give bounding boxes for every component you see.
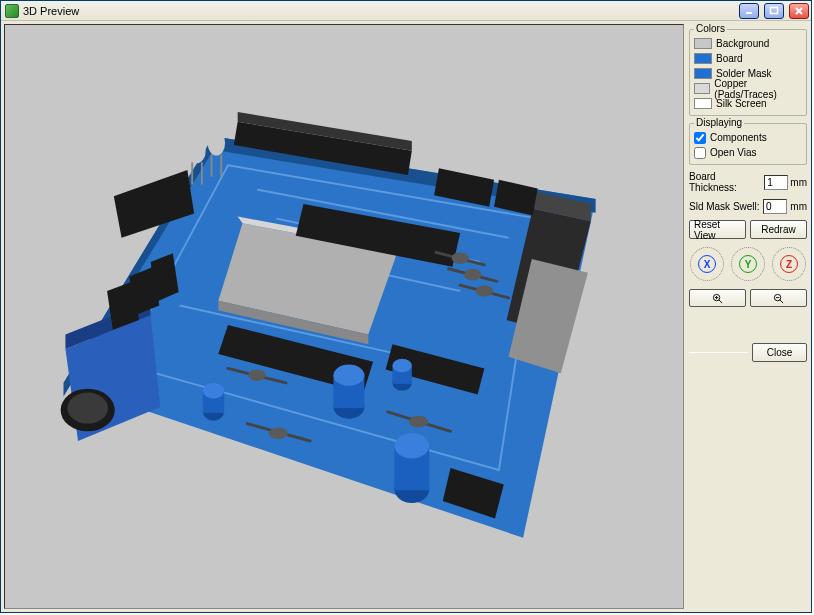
app-window: 3D Preview xyxy=(0,0,812,613)
colors-legend: Colors xyxy=(694,23,727,34)
board-thickness-label: Board Thickness: xyxy=(689,171,762,193)
sld-mask-swell-label: Sld Mask Swell: xyxy=(689,201,760,212)
svg-point-50 xyxy=(451,253,468,265)
color-row-copper: Copper (Pads/Traces) xyxy=(694,81,802,96)
svg-line-60 xyxy=(719,299,722,302)
unit-mm: mm xyxy=(790,201,807,212)
board-thickness-row: Board Thickness: mm xyxy=(689,171,807,193)
color-label: Silk Screen xyxy=(716,98,767,109)
titlebar: 3D Preview xyxy=(1,1,811,21)
maximize-icon xyxy=(769,6,779,16)
redraw-button[interactable]: Redraw xyxy=(750,220,807,239)
board-thickness-input[interactable] xyxy=(764,175,788,190)
pcb-rendering xyxy=(39,83,649,538)
components-check-row: Components xyxy=(694,130,802,145)
swatch-copper[interactable] xyxy=(694,83,710,94)
zoom-in-button[interactable] xyxy=(689,289,746,307)
svg-point-40 xyxy=(203,383,224,398)
swatch-silkscreen[interactable] xyxy=(694,98,712,109)
zoom-out-icon xyxy=(773,293,784,304)
rotate-x-control[interactable]: X xyxy=(689,246,725,282)
svg-point-52 xyxy=(476,286,493,298)
svg-point-53 xyxy=(409,416,428,428)
openvias-check-row: Open Vias xyxy=(694,145,802,160)
viewport-3d[interactable] xyxy=(4,24,684,609)
svg-point-37 xyxy=(394,434,429,459)
color-label: Copper (Pads/Traces) xyxy=(714,78,802,100)
components-checkbox[interactable] xyxy=(694,132,706,144)
svg-point-34 xyxy=(333,365,364,386)
content: Colors Background Board Solder Mask Copp… xyxy=(1,21,811,612)
sld-mask-swell-input[interactable] xyxy=(763,199,787,214)
components-label: Components xyxy=(710,132,767,143)
close-icon xyxy=(794,6,804,16)
svg-point-26 xyxy=(188,138,205,163)
swatch-background[interactable] xyxy=(694,38,712,49)
app-icon xyxy=(5,4,19,18)
window-title: 3D Preview xyxy=(23,5,79,17)
open-vias-checkbox[interactable] xyxy=(694,147,706,159)
rotate-z-control[interactable]: Z xyxy=(771,246,807,282)
svg-point-43 xyxy=(392,359,411,373)
svg-point-55 xyxy=(248,370,265,382)
reset-view-button[interactable]: Reset View xyxy=(689,220,746,239)
close-button[interactable]: Close xyxy=(752,343,807,362)
color-label: Board xyxy=(716,53,743,64)
displaying-group: Displaying Components Open Vias xyxy=(689,123,807,165)
zoom-out-button[interactable] xyxy=(750,289,807,307)
open-vias-label: Open Vias xyxy=(710,147,757,158)
minimize-icon xyxy=(744,6,754,16)
minimize-button[interactable] xyxy=(739,3,759,19)
svg-point-21 xyxy=(67,393,108,424)
displaying-legend: Displaying xyxy=(694,117,744,128)
swatch-soldermask[interactable] xyxy=(694,68,712,79)
rotate-y-control[interactable]: Y xyxy=(730,246,766,282)
svg-line-64 xyxy=(780,299,783,302)
color-row-board: Board xyxy=(694,51,802,66)
color-label: Background xyxy=(716,38,769,49)
svg-point-51 xyxy=(464,269,481,281)
svg-point-27 xyxy=(208,131,225,156)
unit-mm: mm xyxy=(790,177,807,188)
colors-group: Colors Background Board Solder Mask Copp… xyxy=(689,29,807,116)
separator-line xyxy=(689,352,748,353)
color-row-background: Background xyxy=(694,36,802,51)
maximize-button[interactable] xyxy=(764,3,784,19)
close-row: Close xyxy=(689,343,807,362)
zoom-in-icon xyxy=(712,293,723,304)
svg-point-54 xyxy=(269,428,288,440)
zoom-controls xyxy=(689,289,807,307)
svg-rect-1 xyxy=(771,7,778,13)
view-buttons: Reset View Redraw xyxy=(689,220,807,239)
rotation-controls: X Y Z xyxy=(689,246,807,282)
sidebar: Colors Background Board Solder Mask Copp… xyxy=(688,24,808,609)
swatch-board[interactable] xyxy=(694,53,712,64)
sld-mask-swell-row: Sld Mask Swell: mm xyxy=(689,199,807,214)
close-window-button[interactable] xyxy=(789,3,809,19)
